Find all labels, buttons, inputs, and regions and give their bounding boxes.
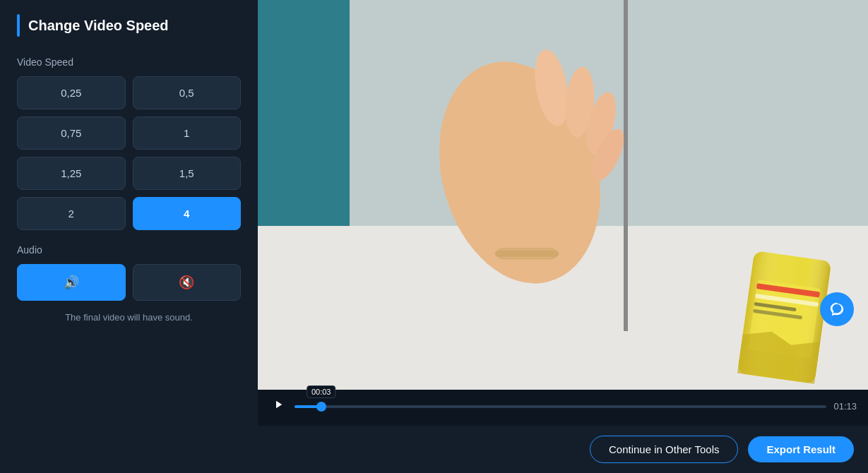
video-container (258, 0, 868, 390)
audio-sound-on-btn[interactable]: 🔊 (17, 264, 126, 301)
timeline-tooltip: 00:03 (307, 385, 336, 398)
continue-other-tools-button[interactable]: Continue in Other Tools (590, 436, 738, 463)
mute-icon: 🔇 (179, 275, 194, 290)
audio-label: Audio (17, 244, 241, 256)
play-button[interactable] (269, 395, 287, 417)
export-result-button[interactable]: Export Result (748, 436, 854, 462)
footer-bar: Continue in Other Tools Export Result (258, 426, 868, 473)
timeline-bg (295, 405, 826, 408)
left-panel: Change Video Speed Video Speed 0,25 0,5 … (0, 0, 258, 473)
chat-icon (829, 301, 845, 317)
speed-btn-075[interactable]: 0,75 (17, 116, 126, 150)
timeline-track[interactable]: 00:03 (295, 405, 826, 408)
time-end: 01:13 (833, 401, 857, 412)
audio-sound-off-btn[interactable]: 🔇 (133, 264, 242, 301)
right-panel: 00:03 01:13 Continue in Other Tools Expo… (258, 0, 868, 473)
volume-icon: 🔊 (64, 275, 79, 290)
speed-btn-2[interactable]: 2 (17, 197, 126, 230)
timeline-wrapper: 00:03 01:13 (269, 395, 857, 417)
panel-title-wrapper: Change Video Speed (17, 14, 241, 37)
speed-btn-1[interactable]: 1 (133, 116, 242, 150)
speed-btn-05[interactable]: 0,5 (133, 76, 242, 109)
play-icon (272, 398, 285, 411)
speed-grid: 0,25 0,5 0,75 1 1,25 1,5 2 4 (17, 76, 241, 230)
video-scene (258, 0, 868, 390)
audio-note: The final video will have sound. (17, 312, 241, 323)
player-bar: 00:03 01:13 (258, 390, 868, 426)
audio-grid: 🔊 🔇 (17, 264, 241, 301)
chat-fab[interactable] (820, 292, 854, 326)
panel-title: Change Video Speed (28, 18, 169, 34)
scene-hand-svg (410, 20, 629, 340)
speed-btn-4[interactable]: 4 (133, 197, 242, 230)
speed-btn-125[interactable]: 1,25 (17, 157, 126, 190)
speed-btn-15[interactable]: 1,5 (133, 157, 242, 190)
speed-btn-025[interactable]: 0,25 (17, 76, 126, 109)
video-speed-label: Video Speed (17, 56, 241, 68)
title-accent-bar (17, 14, 20, 37)
svg-rect-5 (495, 250, 559, 257)
timeline-thumb[interactable] (316, 402, 326, 412)
